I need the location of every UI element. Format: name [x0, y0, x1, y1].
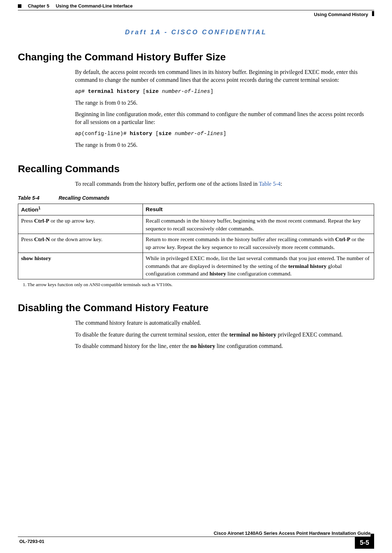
row0-result: Recall commands in the history buffer, b…	[143, 215, 374, 234]
confidential-banner: Draft 1A - CISCO CONFIDENTIAL	[18, 28, 374, 37]
recalling-intro-post: :	[281, 181, 282, 187]
d-p3-post: line configuration command.	[215, 343, 283, 349]
footer-doc-id: OL-7293-01	[18, 537, 355, 549]
page-header: Chapter 5 Using the Command-Line Interfa…	[18, 3, 374, 9]
section-recalling-intro: To recall commands from the history buff…	[75, 180, 371, 188]
cmd2-t1: [	[152, 131, 159, 137]
cmd2-arg: number-of-lines	[175, 131, 223, 137]
recalling-commands-table: Action1 Result Press Ctrl-P or the up ar…	[18, 204, 374, 279]
footer-page-number: 5-5	[355, 537, 374, 549]
changing-p3: Beginning in line configuration mode, en…	[75, 110, 371, 126]
row1-result: Return to more recent commands in the hi…	[143, 234, 374, 253]
cmd1-t3: ]	[210, 89, 213, 95]
r1-r-pre: Return to more recent commands in the hi…	[146, 236, 335, 242]
r1-r-bold: Ctrl-P	[335, 236, 350, 242]
r1-a-bold: Ctrl-N	[34, 236, 50, 242]
r2-a-bold: show history	[21, 255, 51, 261]
table-row: show history While in privileged EXEC mo…	[18, 253, 374, 279]
d-p3-bold: no history	[190, 343, 215, 349]
r1-a-post: or the down arrow key.	[50, 236, 103, 242]
row1-action: Press Ctrl-N or the down arrow key.	[18, 234, 143, 253]
d-p2-pre: To disable the feature during the curren…	[75, 332, 229, 338]
heading-disabling-history: Disabling the Command History Feature	[18, 301, 374, 315]
changing-cmd1: ap# terminal history [size number-of-lin…	[75, 88, 371, 95]
r0-a-pre: Press	[21, 218, 34, 224]
r2-r-post: line configuration command.	[226, 270, 292, 276]
disabling-p2: To disable the feature during the curren…	[75, 331, 371, 339]
d-p3-pre: To disable command history for the line,…	[75, 343, 190, 349]
heading-changing-buffer-size: Changing the Command History Buffer Size	[18, 50, 374, 64]
changing-cmd2: ap(config-line)# history [size number-of…	[75, 130, 371, 138]
row0-action: Press Ctrl-P or the up arrow key.	[18, 215, 143, 234]
d-p2-bold: terminal no history	[229, 332, 277, 338]
r0-a-bold: Ctrl-P	[34, 218, 49, 224]
changing-p1: By default, the access point records ten…	[75, 68, 371, 84]
disabling-p1: The command history feature is automatic…	[75, 319, 371, 327]
changing-p2: The range is from 0 to 256.	[75, 99, 371, 107]
header-right-marker-icon	[372, 11, 374, 16]
disabling-p3: To disable command history for the line,…	[75, 342, 371, 350]
cmd1-t2	[159, 89, 162, 95]
cmd2-kw1: history	[130, 131, 152, 137]
col-action: Action1	[18, 204, 143, 215]
cmd1-arg: number-of-lines	[162, 89, 210, 95]
d-p2-post: privileged EXEC command.	[276, 332, 343, 338]
header-section-row: Using Command History	[18, 11, 374, 18]
changing-p4: The range is from 0 to 256.	[75, 141, 371, 149]
col-action-sup: 1	[38, 206, 40, 210]
chapter-label: Chapter 5	[28, 3, 49, 9]
table-title: Recalling Commands	[59, 195, 109, 201]
cmd2-t3: ]	[223, 131, 226, 137]
table-id: Table 5-4	[18, 195, 57, 202]
footer-guide-title: Cisco Aironet 1240AG Series Access Point…	[18, 530, 374, 537]
cmd1-kw2: size	[146, 89, 159, 95]
page-footer: Cisco Aironet 1240AG Series Access Point…	[18, 530, 374, 549]
chapter-title: Using the Command-Line Interface	[56, 3, 133, 9]
header-rule	[18, 10, 374, 10]
heading-recalling-commands: Recalling Commands	[18, 162, 374, 176]
table-footnote: 1. The arrow keys function only on ANSI-…	[23, 282, 374, 288]
section-changing-body: By default, the access point records ten…	[75, 68, 371, 149]
header-left-marker-icon	[18, 4, 21, 8]
section-label: Using Command History	[314, 12, 368, 17]
cmd2-t2	[172, 131, 175, 137]
table-5-4-link[interactable]: Table 5-4	[259, 181, 281, 187]
cmd1-kw1: terminal history	[88, 89, 139, 95]
table-row: Press Ctrl-N or the down arrow key. Retu…	[18, 234, 374, 253]
recalling-intro-pre: To recall commands from the history buff…	[75, 181, 259, 187]
col-result: Result	[143, 204, 374, 215]
table-row: Press Ctrl-P or the up arrow key. Recall…	[18, 215, 374, 234]
cmd1-t1: [	[139, 89, 146, 95]
r2-r-b2: history	[209, 270, 226, 276]
cmd2-kw2: size	[159, 131, 172, 137]
cmd2-prompt: ap(config-line)#	[75, 131, 130, 137]
row2-result: While in privileged EXEC mode, list the …	[143, 253, 374, 279]
col-action-label: Action	[21, 206, 38, 213]
recalling-intro: To recall commands from the history buff…	[75, 180, 371, 188]
r1-a-pre: Press	[21, 236, 34, 242]
r2-r-b1: terminal history	[288, 263, 327, 269]
r0-a-post: or the up arrow key.	[49, 218, 95, 224]
row2-action: show history	[18, 253, 143, 279]
cmd1-prompt: ap#	[75, 89, 88, 95]
section-disabling-body: The command history feature is automatic…	[75, 319, 371, 350]
table-caption: Table 5-4 Recalling Commands	[18, 195, 374, 202]
